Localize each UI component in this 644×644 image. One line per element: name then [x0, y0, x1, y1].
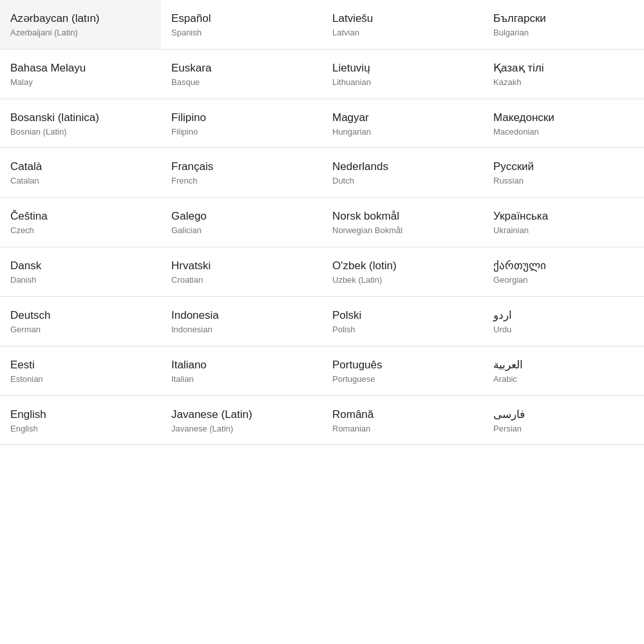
language-english-name: Spanish — [171, 28, 312, 39]
language-item[interactable]: Azərbaycan (latın)Azerbaijani (Latin) — [0, 0, 161, 50]
language-item[interactable]: ქართულიGeorgian — [483, 247, 644, 297]
language-native-name: English — [10, 408, 151, 422]
language-item[interactable]: CatalàCatalan — [0, 148, 161, 198]
language-english-name: Latvian — [332, 28, 473, 39]
language-english-name: Arabic — [493, 374, 634, 385]
language-english-name: Indonesian — [171, 325, 312, 336]
language-native-name: Indonesia — [171, 308, 312, 323]
language-english-name: Javanese (Latin) — [171, 424, 312, 435]
language-english-name: Persian — [493, 424, 634, 435]
language-native-name: Azərbaycan (latın) — [10, 12, 151, 26]
language-item[interactable]: اردوUrdu — [483, 297, 644, 346]
language-native-name: Bahasa Melayu — [10, 61, 151, 76]
language-item[interactable]: HrvatskiCroatian — [161, 247, 322, 297]
language-item[interactable]: LietuviųLithuanian — [322, 50, 483, 99]
language-item[interactable]: Norsk bokmålNorwegian Bokmål — [322, 198, 483, 247]
language-item[interactable]: IndonesiaIndonesian — [161, 297, 322, 346]
language-item[interactable]: LatviešuLatvian — [322, 0, 483, 50]
language-item[interactable]: МакедонскиMacedonian — [483, 99, 644, 149]
language-native-name: فارسی — [493, 408, 634, 422]
language-item[interactable]: RomânăRomanian — [322, 396, 483, 446]
language-item[interactable]: NederlandsDutch — [322, 148, 483, 198]
language-native-name: Hrvatski — [171, 259, 312, 274]
language-english-name: Italian — [171, 374, 312, 385]
language-item[interactable]: FilipinoFilipino — [161, 99, 322, 149]
language-native-name: Euskara — [171, 61, 312, 76]
language-english-name: Kazakh — [493, 77, 634, 88]
language-english-name: Danish — [10, 275, 151, 286]
language-item[interactable]: العربيةArabic — [483, 346, 644, 396]
language-english-name: Dutch — [332, 176, 473, 187]
language-native-name: Eesti — [10, 358, 151, 373]
language-native-name: Latviešu — [332, 12, 473, 26]
language-english-name: Azerbaijani (Latin) — [10, 28, 151, 39]
language-item[interactable]: FrançaisFrench — [161, 148, 322, 198]
language-native-name: Polski — [332, 308, 473, 323]
language-item[interactable]: EnglishEnglish — [0, 396, 161, 446]
language-english-name: Lithuanian — [332, 77, 473, 88]
language-native-name: Javanese (Latin) — [171, 408, 312, 422]
language-native-name: Filipino — [171, 111, 312, 126]
language-item[interactable]: Қазақ тіліKazakh — [483, 50, 644, 99]
language-english-name: Catalan — [10, 176, 151, 187]
language-english-name: Uzbek (Latin) — [332, 275, 473, 286]
language-english-name: English — [10, 424, 151, 435]
language-item[interactable]: РусскийRussian — [483, 148, 644, 198]
language-item[interactable]: PortuguêsPortuguese — [322, 346, 483, 396]
language-item[interactable]: ItalianoItalian — [161, 346, 322, 396]
language-native-name: Português — [332, 358, 473, 373]
language-english-name: Malay — [10, 77, 151, 88]
language-native-name: Català — [10, 160, 151, 175]
language-english-name: Ukrainian — [493, 225, 634, 236]
language-english-name: Bulgarian — [493, 28, 634, 39]
language-native-name: ქართული — [493, 259, 634, 274]
language-item[interactable]: УкраїнськаUkrainian — [483, 198, 644, 247]
language-item[interactable]: Bosanski (latinica)Bosnian (Latin) — [0, 99, 161, 149]
language-item[interactable]: EuskaraBasque — [161, 50, 322, 99]
language-english-name: French — [171, 176, 312, 187]
language-item[interactable]: Javanese (Latin)Javanese (Latin) — [161, 396, 322, 446]
language-item[interactable]: PolskiPolish — [322, 297, 483, 346]
language-native-name: Dansk — [10, 259, 151, 274]
language-item[interactable]: Bahasa MelayuMalay — [0, 50, 161, 99]
language-item[interactable]: MagyarHungarian — [322, 99, 483, 149]
language-english-name: Urdu — [493, 325, 634, 336]
language-item[interactable]: EspañolSpanish — [161, 0, 322, 50]
language-english-name: Filipino — [171, 127, 312, 138]
language-item[interactable]: ČeštinaCzech — [0, 198, 161, 247]
language-item[interactable]: O'zbek (lotin)Uzbek (Latin) — [322, 247, 483, 297]
language-item[interactable]: EestiEstonian — [0, 346, 161, 396]
language-native-name: Deutsch — [10, 308, 151, 323]
language-item[interactable]: فارسیPersian — [483, 396, 644, 446]
language-english-name: Bosnian (Latin) — [10, 127, 151, 138]
language-english-name: Georgian — [493, 275, 634, 286]
language-english-name: Hungarian — [332, 127, 473, 138]
language-native-name: Italiano — [171, 358, 312, 373]
language-native-name: Македонски — [493, 111, 634, 126]
language-english-name: Romanian — [332, 424, 473, 435]
language-item[interactable]: DeutschGerman — [0, 297, 161, 346]
language-native-name: Lietuvių — [332, 61, 473, 76]
language-native-name: Čeština — [10, 209, 151, 224]
language-english-name: Galician — [171, 225, 312, 236]
language-native-name: Galego — [171, 209, 312, 224]
language-native-name: Русский — [493, 160, 634, 175]
language-english-name: Basque — [171, 77, 312, 88]
language-english-name: Macedonian — [493, 127, 634, 138]
language-native-name: Українська — [493, 209, 634, 224]
language-grid: Azərbaycan (latın)Azerbaijani (Latin)Esp… — [0, 0, 644, 445]
language-native-name: Français — [171, 160, 312, 175]
language-native-name: Nederlands — [332, 160, 473, 175]
language-native-name: Español — [171, 12, 312, 26]
language-native-name: Қазақ тілі — [493, 61, 634, 76]
language-english-name: Polish — [332, 325, 473, 336]
language-english-name: German — [10, 325, 151, 336]
language-native-name: اردو — [493, 308, 634, 323]
language-item[interactable]: БългарскиBulgarian — [483, 0, 644, 50]
language-english-name: Russian — [493, 176, 634, 187]
language-native-name: Bosanski (latinica) — [10, 111, 151, 126]
language-item[interactable]: DanskDanish — [0, 247, 161, 297]
language-english-name: Czech — [10, 225, 151, 236]
language-native-name: Български — [493, 12, 634, 26]
language-item[interactable]: GalegoGalician — [161, 198, 322, 247]
